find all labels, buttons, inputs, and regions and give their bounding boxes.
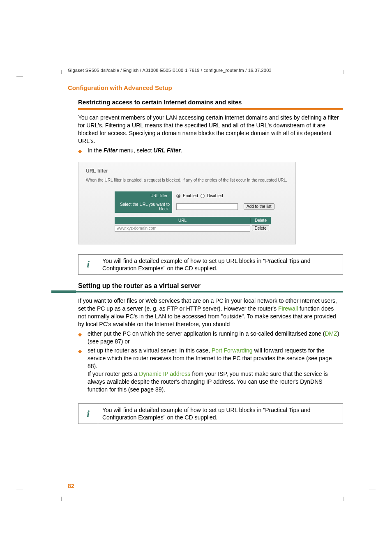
section2-bullet1: ◆ either put the PC on which the server … [78,330,343,345]
table-header-row: URL Delete [115,217,271,224]
bt-bold2: URL Filter [153,147,181,154]
heading-rule-green [68,290,343,293]
info-box-2: i You will find a detailed example of ho… [78,403,343,424]
diamond-icon: ◆ [78,348,82,393]
url-input[interactable] [176,203,238,210]
ui-desc: When the URL filter is enabled, a reques… [86,178,288,182]
ui-row-filter: URL filter : Enabled Disabled [115,191,288,200]
bt-bold1: Filter [104,147,118,154]
b2a: set up the router as a virtual server. I… [88,347,212,354]
url-cell[interactable]: www.xyz-domain.com [115,225,250,232]
crop-mark-tr: | [343,69,344,74]
section1-bullet-text: In the Filter menu, select URL Filter. [88,147,343,154]
page-title: Configuration with Advanced Setup [68,84,343,91]
info-text-1: You will find a detailed example of how … [98,255,343,274]
link-dmz[interactable]: DMZ [325,330,337,337]
info-box-1: i You will find a detailed example of ho… [78,254,343,275]
col-delete: Delete [250,218,271,223]
radio-enabled-label: Enabled [183,193,198,198]
ui-title: URL filter [86,168,288,174]
section1-bullet: ◆ In the Filter menu, select URL Filter. [78,147,343,154]
ui-radio-group: Enabled Disabled [172,193,223,198]
section2-bullet2-text: set up the router as a virtual server. I… [88,347,343,393]
crop-dash-left [16,76,23,76]
delete-cell: Delete [250,225,271,231]
page-content: Configuration with Advanced Setup Restri… [68,84,343,431]
crop-mark-br: | [343,496,344,501]
page-number: 82 [68,483,74,489]
info-icon: i [78,255,98,274]
delete-button[interactable]: Delete [252,225,270,231]
router-ui-screenshot: URL filter When the URL filter is enable… [78,162,296,244]
diamond-icon: ◆ [78,148,82,154]
add-button[interactable]: Add to the list [244,203,274,210]
crop-mark-tl: | [61,69,62,74]
section2-heading: Setting up the router as a virtual serve… [78,282,343,290]
crop-mark-bl: | [61,496,62,501]
radio-enabled[interactable] [176,194,180,198]
diamond-icon: ◆ [78,331,82,345]
bt-prefix: In the [88,147,104,154]
ui-url-table: URL Delete www.xyz-domain.com Delete [115,217,271,233]
link-port-forwarding[interactable]: Port Forwarding [212,347,253,354]
b1a: either put the PC on which the server ap… [88,330,325,337]
link-dynamic-ip[interactable]: Dynamic IP address [139,371,190,377]
link-firewall[interactable]: Firewall [278,305,298,312]
ui-row-select: Select the URL you want to block: Add to… [115,200,288,213]
crop-dash-br [369,490,376,490]
bt-suffix: . [181,147,182,154]
ui-input-group: Add to the list [172,203,274,210]
table-row: www.xyz-domain.com Delete [115,224,271,233]
col-url: URL [115,218,250,223]
ui-label-select: Select the URL you want to block: [115,200,172,213]
section1-heading: Restricting access to certain Internet d… [78,99,343,106]
heading-rule-orange [78,108,343,110]
bt-mid: menu, select [118,147,153,154]
info-text-2: You will find a detailed example of how … [98,404,343,424]
ui-form: URL filter : Enabled Disabled Select the… [115,191,288,233]
header-path: Gigaset SE505 dsl/cable / English / A310… [68,68,272,73]
green-bar-right [76,291,343,292]
section2-bullet1-text: either put the PC on which the server ap… [88,330,343,345]
radio-disabled-label: Disabled [207,193,223,198]
info-icon: i [78,404,98,424]
section1-para: You can prevent members of your LAN acce… [78,114,343,145]
green-bar-left [51,290,76,293]
section2-bullet2: ◆ set up the router as a virtual server.… [78,347,343,393]
b2c: If your router gets a [88,371,139,377]
section2-para1: If you want to offer files or Web servic… [78,297,343,328]
ui-label-filter: URL filter : [115,191,172,200]
crop-dash-bl [16,490,23,490]
radio-disabled[interactable] [201,194,205,198]
